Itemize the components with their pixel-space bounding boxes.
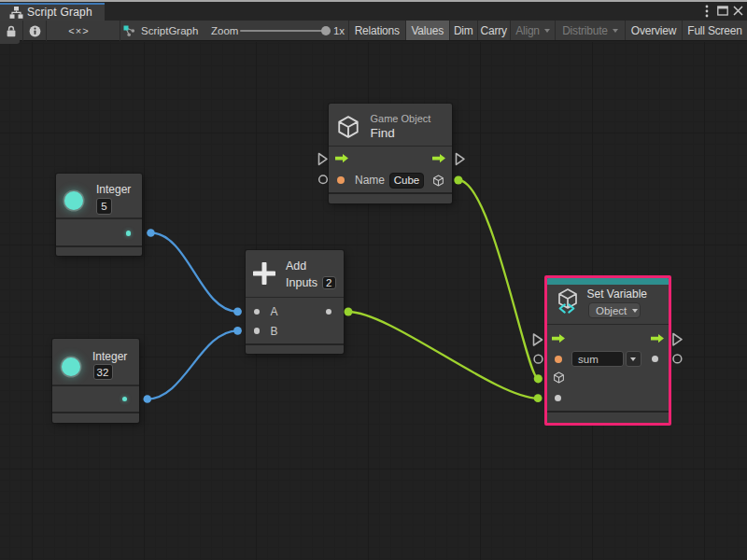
toolbar-buttons: RelationsValuesDimCarryAlignDistributeOv…	[0, 21, 747, 41]
variable-name-input-port[interactable]	[555, 356, 562, 363]
graph-toolbar: <×> ScriptGraph Zoom 1x RelationsValuesD…	[0, 21, 747, 41]
node-divider	[56, 245, 142, 247]
toolbar-button-full-screen[interactable]: Full Screen	[682, 21, 747, 40]
chevron-down-icon	[613, 29, 618, 33]
toolbar-button-dim[interactable]: Dim	[449, 21, 477, 40]
node-divider	[52, 412, 139, 413]
node-title: Add	[286, 259, 306, 273]
toolbar-button-label: Values	[411, 24, 444, 37]
name-port-label: Name	[355, 174, 385, 187]
node-divider	[329, 146, 452, 147]
toolbar-button-label: Dim	[454, 24, 473, 37]
variable-name-field[interactable]: sum	[571, 351, 624, 367]
toolbar-button-label: Overview	[631, 24, 676, 37]
panel-handle-stub	[0, 40, 20, 44]
inputs-label: Inputs	[286, 276, 317, 289]
toolbar-button-align[interactable]: Align	[510, 21, 555, 40]
variable-name-dropdown-button[interactable]	[626, 351, 641, 367]
toolbar-button-label: Carry	[481, 24, 507, 37]
add-icon	[253, 262, 275, 285]
node-category: Game Object	[371, 113, 431, 124]
port-b-label: B	[271, 325, 278, 338]
chevron-down-icon	[630, 357, 636, 361]
toolbar-button-values[interactable]: Values	[405, 21, 450, 40]
inputs-count-input[interactable]: 2	[322, 276, 336, 290]
node-title: Integer	[96, 183, 131, 196]
variable-kind-value: Object	[596, 305, 627, 316]
toolbar-button-label: Distribute	[562, 24, 608, 37]
variable-kind-dropdown[interactable]: Object	[588, 302, 641, 318]
node-divider	[52, 385, 139, 386]
toolbar-button-overview[interactable]: Overview	[625, 21, 682, 40]
node-title: Set Variable	[587, 287, 647, 301]
window-controls	[700, 2, 747, 21]
window-close-icon[interactable]	[731, 3, 745, 20]
graph-hierarchy-icon	[9, 7, 23, 19]
gameobject-cube-icon	[336, 115, 360, 139]
toolbar-button-label: Relations	[355, 24, 400, 37]
name-value-input[interactable]: Cube	[389, 173, 424, 189]
node-divider	[56, 217, 142, 219]
gameobject-input-port[interactable]	[553, 371, 565, 385]
node-divider	[329, 192, 452, 194]
variable-brackets-icon	[557, 303, 576, 314]
window-maximize-icon[interactable]	[715, 3, 729, 20]
tab-title: Script Graph	[27, 6, 92, 19]
node-title: Find	[371, 126, 395, 141]
flow-out-arrow-icon[interactable]	[651, 334, 664, 343]
toolbar-button-carry[interactable]: Carry	[477, 21, 511, 40]
output-port-sum[interactable]	[326, 309, 331, 315]
toolbar-button-label: Full Screen	[687, 24, 742, 37]
chevron-down-icon	[632, 309, 638, 313]
integer-type-icon	[64, 191, 83, 210]
script-graph-window: Script Graph	[0, 0, 747, 560]
integer-value-input[interactable]: 5	[96, 198, 112, 215]
tab-script-graph[interactable]: Script Graph	[0, 3, 105, 21]
node-divider	[547, 324, 669, 326]
variable-name-value: sum	[578, 354, 599, 365]
value-output-port[interactable]	[652, 356, 659, 363]
graph-canvas[interactable]: Integer 5 Integer 32 Add Inputs 2 A	[0, 42, 747, 560]
toolbar-button-label: Align	[515, 24, 540, 37]
toolbar-button-distribute[interactable]: Distribute	[555, 21, 625, 40]
output-port[interactable]	[126, 231, 132, 236]
variable-color-band	[547, 278, 669, 286]
flow-in-arrow-icon[interactable]	[552, 334, 565, 343]
node-set-variable[interactable]: Set Variable Object sum	[544, 275, 671, 427]
integer-type-icon	[62, 357, 80, 376]
node-divider	[246, 343, 344, 345]
gameobject-output-port[interactable]	[432, 174, 444, 188]
node-title: Integer	[92, 350, 127, 363]
output-port[interactable]	[122, 397, 128, 402]
node-add[interactable]: Add Inputs 2 A B	[246, 250, 344, 355]
node-divider	[547, 411, 669, 413]
input-port-a[interactable]	[254, 309, 260, 315]
window-menu-icon[interactable]	[700, 3, 714, 20]
node-integer-32[interactable]: Integer 32	[52, 339, 139, 423]
tab-bar: Script Graph	[0, 2, 747, 21]
integer-value-input[interactable]: 32	[93, 364, 113, 380]
chevron-down-icon	[544, 29, 550, 33]
flow-in-arrow-icon[interactable]	[335, 154, 348, 162]
toolbar-button-relations[interactable]: Relations	[348, 21, 405, 40]
input-port-b[interactable]	[254, 328, 260, 333]
node-divider	[246, 297, 344, 299]
node-integer-5[interactable]: Integer 5	[56, 174, 142, 256]
node-gameobject-find[interactable]: Game Object Find Name Cube	[329, 104, 452, 203]
name-input-port[interactable]	[337, 176, 345, 184]
value-input-port[interactable]	[555, 395, 562, 402]
port-a-label: A	[271, 305, 278, 318]
flow-out-arrow-icon[interactable]	[432, 154, 445, 162]
